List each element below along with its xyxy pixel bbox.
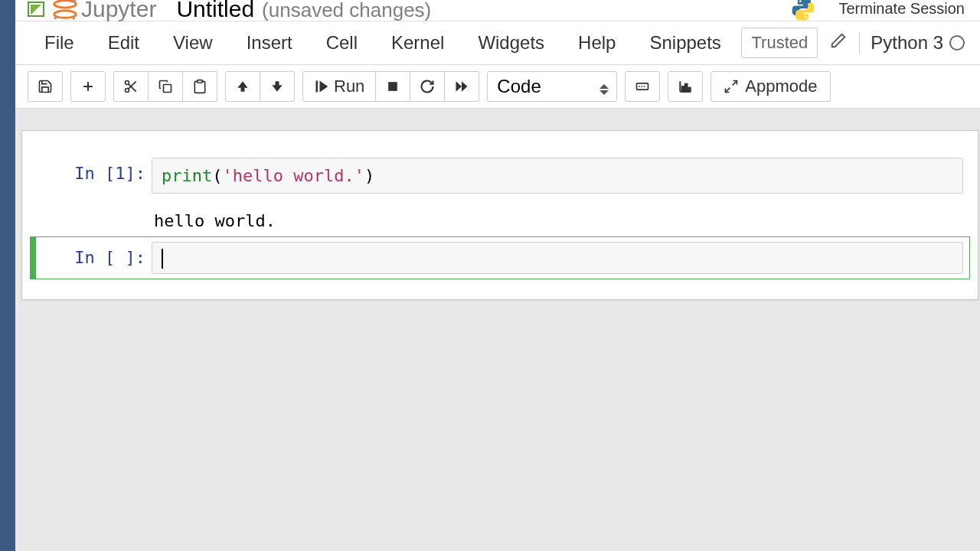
svg-rect-24 xyxy=(682,86,684,92)
svg-marker-16 xyxy=(456,81,462,91)
menu-kernel[interactable]: Kernel xyxy=(374,24,461,61)
svg-marker-17 xyxy=(462,81,468,91)
move-down-button[interactable] xyxy=(260,71,295,102)
svg-point-1 xyxy=(54,10,77,18)
paste-button[interactable] xyxy=(183,71,217,102)
svg-point-4 xyxy=(73,17,75,19)
input-prompt: In [1]: xyxy=(37,158,152,194)
menu-snippets[interactable]: Snippets xyxy=(632,24,737,61)
code-input[interactable]: print('hello world.') xyxy=(152,158,963,194)
notebook-name[interactable]: Untitled xyxy=(176,0,254,22)
terminate-session-link[interactable]: Terminate Session xyxy=(838,0,965,18)
svg-rect-12 xyxy=(198,80,203,83)
cut-button[interactable] xyxy=(113,71,149,102)
copy-button[interactable] xyxy=(149,71,183,102)
notebook-image-icon xyxy=(28,2,44,17)
save-button[interactable] xyxy=(28,71,63,102)
menu-file[interactable]: File xyxy=(28,24,91,61)
output-prompt xyxy=(30,205,145,232)
move-up-button[interactable] xyxy=(225,71,260,102)
cell-output: hello world. xyxy=(145,205,285,232)
svg-marker-14 xyxy=(320,81,328,93)
code-input[interactable] xyxy=(152,242,963,274)
notebook-container: In [1]: print('hello world.') hello worl… xyxy=(21,130,978,300)
menu-edit[interactable]: Edit xyxy=(91,24,156,61)
command-palette-button[interactable] xyxy=(625,71,660,102)
code-cell[interactable]: In [1]: print('hello world.') xyxy=(30,152,970,199)
edit-icon[interactable] xyxy=(825,28,851,58)
restart-button[interactable] xyxy=(410,71,445,102)
cell-type-select[interactable]: Code xyxy=(487,71,617,102)
appmode-label: Appmode xyxy=(745,77,817,96)
cell-type-value: Code xyxy=(497,76,541,97)
svg-rect-15 xyxy=(389,82,398,91)
chart-button[interactable] xyxy=(668,71,703,102)
kernel-idle-icon xyxy=(949,35,965,51)
jupyter-logo[interactable]: Jupyter xyxy=(51,0,156,24)
trusted-indicator[interactable]: Trusted xyxy=(741,28,818,58)
cursor-icon xyxy=(162,249,163,269)
save-status: (unsaved changes) xyxy=(262,0,431,22)
run-button[interactable]: Run xyxy=(302,71,376,102)
menu-insert[interactable]: Insert xyxy=(230,24,309,61)
stop-button[interactable] xyxy=(376,71,410,102)
svg-line-28 xyxy=(726,88,730,93)
svg-rect-11 xyxy=(164,85,172,93)
menu-help[interactable]: Help xyxy=(561,24,632,61)
input-prompt: In [ ]: xyxy=(37,242,152,274)
run-label: Run xyxy=(334,77,364,96)
menu-widgets[interactable]: Widgets xyxy=(461,24,561,61)
svg-point-8 xyxy=(126,89,129,93)
svg-line-27 xyxy=(733,81,737,86)
code-cell-selected[interactable]: In [ ]: xyxy=(30,236,970,279)
svg-rect-13 xyxy=(316,81,318,93)
menu-view[interactable]: View xyxy=(156,24,230,61)
jupyter-text: Jupyter xyxy=(81,0,156,22)
svg-rect-25 xyxy=(685,84,688,92)
svg-point-7 xyxy=(126,81,129,85)
add-cell-button[interactable] xyxy=(70,71,106,102)
kernel-name[interactable]: Python 3 xyxy=(871,32,943,54)
restart-run-all-button[interactable] xyxy=(445,71,479,102)
svg-rect-26 xyxy=(689,88,691,92)
appmode-button[interactable]: Appmode xyxy=(710,71,830,102)
svg-point-0 xyxy=(54,0,77,8)
svg-point-3 xyxy=(54,16,57,19)
menu-cell[interactable]: Cell xyxy=(309,24,374,61)
python-icon xyxy=(789,0,817,23)
